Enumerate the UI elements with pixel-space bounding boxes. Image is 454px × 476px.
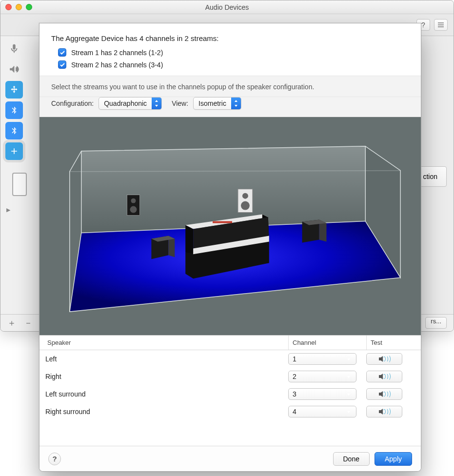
svg-point-11 xyxy=(241,201,250,210)
channel-value: 4 xyxy=(293,408,296,416)
sound-icon xyxy=(379,408,390,416)
speaker-icon[interactable] xyxy=(5,60,23,78)
window-title: Audio Devices xyxy=(205,3,249,11)
add-device-button[interactable]: ＋ xyxy=(7,317,16,329)
stream-list: Stream 1 has 2 channels (1-2)Stream 2 ha… xyxy=(51,48,409,69)
minimize-window-button[interactable] xyxy=(16,4,22,10)
speaker-name: Right xyxy=(45,373,288,380)
sound-icon xyxy=(379,355,390,363)
help-button[interactable]: ? xyxy=(48,453,61,465)
stream-label: Stream 1 has 2 channels (1-2) xyxy=(71,49,163,57)
svg-marker-20 xyxy=(185,225,193,254)
test-speaker-button[interactable] xyxy=(366,388,402,400)
stream-row: Stream 1 has 2 channels (1-2) xyxy=(58,48,409,57)
channel-select[interactable]: 1 xyxy=(288,353,356,365)
stream-checkbox[interactable] xyxy=(58,48,66,57)
bluetooth-device-icon[interactable] xyxy=(5,122,23,139)
sound-icon xyxy=(379,373,390,380)
sheet-footer: ? Done Apply xyxy=(39,446,421,471)
list-view-button[interactable] xyxy=(434,19,448,31)
titlebar: Audio Devices xyxy=(0,0,454,14)
expand-caret-icon[interactable]: ▶ xyxy=(6,207,10,213)
done-button[interactable]: Done xyxy=(333,452,370,466)
column-test[interactable]: Test xyxy=(366,336,415,350)
aggregate-device-icon[interactable] xyxy=(5,142,23,160)
popup-arrows-icon xyxy=(346,371,356,382)
speaker-configuration-sheet: The Aggregate Device has 4 channels in 2… xyxy=(39,23,421,472)
popup-arrows-icon xyxy=(346,389,356,399)
stream-row: Stream 2 has 2 channels (3-4) xyxy=(58,60,409,69)
popup-arrows-icon xyxy=(346,406,356,417)
svg-point-7 xyxy=(131,198,136,203)
channel-value: 3 xyxy=(293,390,296,398)
obscured-footer-button: rs... xyxy=(425,317,447,329)
view-popup[interactable]: Isometric xyxy=(193,97,241,110)
stream-checkbox[interactable] xyxy=(58,60,66,69)
speaker-name: Left surround xyxy=(45,390,288,398)
speaker-layout-viewport[interactable] xyxy=(39,117,421,336)
bluetooth-device-icon[interactable] xyxy=(5,101,23,119)
speaker-row: Left1 xyxy=(39,350,421,368)
sound-icon xyxy=(379,390,390,398)
zoom-window-button[interactable] xyxy=(26,4,32,10)
configuration-label: Configuration: xyxy=(51,99,94,107)
configuration-controls: Configuration: Quadraphonic View: Isomet… xyxy=(39,97,421,117)
channel-select[interactable]: 2 xyxy=(288,371,356,382)
channel-value: 1 xyxy=(293,355,296,363)
test-speaker-button[interactable] xyxy=(366,406,402,417)
stream-label: Stream 2 has 2 channels (3-4) xyxy=(71,61,163,69)
apply-button[interactable]: Apply xyxy=(375,452,412,466)
svg-rect-24 xyxy=(213,221,232,223)
speaker-right-icon xyxy=(238,189,253,213)
sheet-heading: The Aggregate Device has 4 channels in 2… xyxy=(51,34,409,42)
speaker-right-surround-icon xyxy=(302,220,327,243)
remove-device-button[interactable]: － xyxy=(24,317,33,329)
popup-arrows-icon xyxy=(231,98,241,109)
channel-select[interactable]: 4 xyxy=(288,406,356,417)
view-label: View: xyxy=(172,99,188,107)
test-speaker-button[interactable] xyxy=(366,353,402,365)
configuration-popup[interactable]: Quadraphonic xyxy=(99,97,162,110)
svg-point-8 xyxy=(130,206,137,213)
test-speaker-button[interactable] xyxy=(366,371,402,382)
speaker-channel-table: Speaker Channel Test Left1Right2Left sur… xyxy=(39,336,421,446)
svg-point-10 xyxy=(242,193,248,199)
speaker-left-surround-icon xyxy=(151,236,175,259)
popup-arrows-icon xyxy=(152,98,161,109)
microphone-icon[interactable] xyxy=(5,40,23,58)
speaker-row: Left surround3 xyxy=(39,385,421,403)
speaker-name: Left xyxy=(45,355,288,363)
speaker-name: Right surround xyxy=(45,408,288,416)
channel-select[interactable]: 3 xyxy=(288,388,356,400)
close-window-button[interactable] xyxy=(5,4,12,10)
window-controls xyxy=(5,4,32,10)
column-speaker[interactable]: Speaker xyxy=(45,336,288,350)
speaker-row: Right2 xyxy=(39,368,421,385)
usb-device-icon[interactable] xyxy=(5,81,23,99)
popup-arrows-icon xyxy=(346,354,356,364)
speaker-row: Right surround4 xyxy=(39,403,421,420)
column-channel[interactable]: Channel xyxy=(288,336,366,350)
stream-hint-text: Select the streams you want to use in th… xyxy=(39,76,421,97)
speaker-left-icon xyxy=(127,195,140,216)
device-sidebar: ▶ xyxy=(0,36,44,314)
iphone-device-icon[interactable] xyxy=(12,173,27,196)
channel-value: 2 xyxy=(293,373,296,380)
